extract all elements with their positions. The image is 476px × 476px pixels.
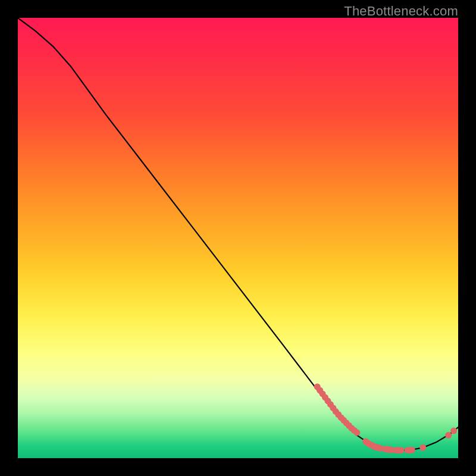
marker-point — [353, 430, 360, 436]
marker-point — [445, 432, 452, 439]
watermark-label: TheBottleneck.com — [344, 4, 458, 19]
marker-point — [409, 447, 415, 453]
marker-point — [450, 428, 457, 434]
plot-area — [18, 18, 458, 458]
chart-svg — [18, 18, 458, 458]
marker-point — [419, 444, 426, 451]
marker-point — [397, 447, 404, 453]
chart-frame: TheBottleneck.com — [0, 0, 476, 476]
chart-curve — [18, 18, 458, 450]
